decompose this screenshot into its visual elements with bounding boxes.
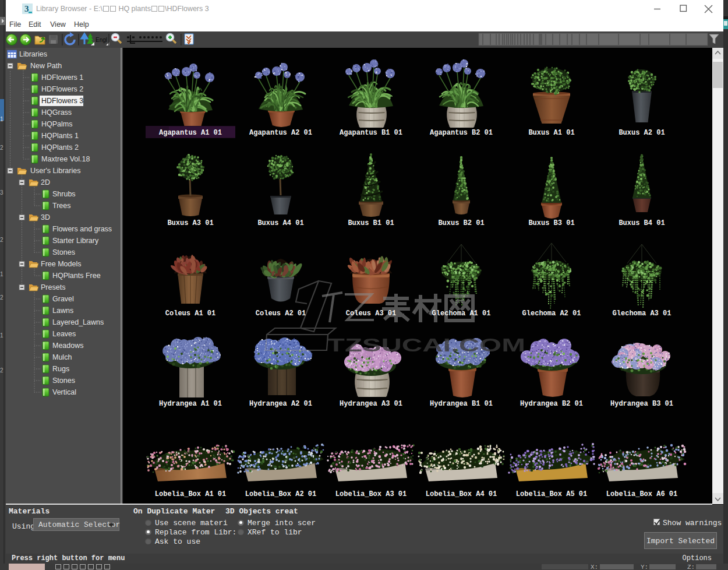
svg-text:Stones: Stones <box>52 377 75 385</box>
svg-text:HDFlowers 3: HDFlowers 3 <box>41 97 83 105</box>
svg-text:Buxus A1 01: Buxus A1 01 <box>528 129 574 137</box>
svg-text:Agapantus B2 01: Agapantus B2 01 <box>430 129 493 137</box>
svg-text:Buxus A3 01: Buxus A3 01 <box>167 219 213 227</box>
svg-text:Presets: Presets <box>41 283 65 291</box>
svg-text:Lobelia_Box A5 01: Lobelia_Box A5 01 <box>516 490 587 498</box>
svg-text:Hydrangea A2 01: Hydrangea A2 01 <box>249 400 312 408</box>
svg-text:Buxus B1 01: Buxus B1 01 <box>348 219 394 227</box>
svg-text:Stones: Stones <box>52 248 75 256</box>
svg-text:Leaves: Leaves <box>52 330 76 338</box>
svg-text:Shrubs: Shrubs <box>52 190 76 198</box>
svg-text:Maxtree Vol.18: Maxtree Vol.18 <box>41 155 90 163</box>
svg-text:Buxus B4 01: Buxus B4 01 <box>619 219 665 227</box>
svg-text:Vertical: Vertical <box>52 388 76 396</box>
svg-text:Lobelia_Box A3 01: Lobelia_Box A3 01 <box>335 490 407 498</box>
svg-text:HDFlowers 2: HDFlowers 2 <box>41 85 83 93</box>
svg-text:Buxus A4 01: Buxus A4 01 <box>257 219 303 227</box>
svg-text:Hydrangea A3 01: Hydrangea A3 01 <box>340 400 402 408</box>
svg-text:Coleus A2 01: Coleus A2 01 <box>256 309 306 318</box>
svg-text:Engl: Engl <box>96 37 107 43</box>
svg-text:Lobelia_Box A2 01: Lobelia_Box A2 01 <box>245 490 316 498</box>
svg-text:Hydrangea B3 01: Hydrangea B3 01 <box>610 400 673 408</box>
svg-text:Hydrangea B2 01: Hydrangea B2 01 <box>520 400 583 408</box>
svg-text:Coleus A3 01: Coleus A3 01 <box>346 309 396 318</box>
svg-text:Starter Library: Starter Library <box>52 237 99 245</box>
svg-text:Layered_Lawns: Layered_Lawns <box>52 318 104 326</box>
svg-text:Lobelia_Box A4 01: Lobelia_Box A4 01 <box>426 490 497 498</box>
svg-text:Meadows: Meadows <box>52 342 84 350</box>
svg-text:HQPlants 2: HQPlants 2 <box>41 143 79 152</box>
svg-text:Buxus B2 01: Buxus B2 01 <box>438 219 484 227</box>
svg-text:Free Models: Free Models <box>41 260 81 268</box>
svg-text:Hydrangea B1 01: Hydrangea B1 01 <box>430 400 493 408</box>
svg-text:Glechoma A1 01: Glechoma A1 01 <box>432 309 491 318</box>
svg-text:Trees: Trees <box>52 202 71 210</box>
svg-text:3: 3 <box>24 4 29 13</box>
svg-text:2D: 2D <box>41 178 50 187</box>
svg-text:Lobelia_Box A6 01: Lobelia_Box A6 01 <box>606 490 677 498</box>
svg-text:Gravel: Gravel <box>52 295 74 303</box>
svg-text:Rugs: Rugs <box>52 365 69 373</box>
svg-text:New Path: New Path <box>30 62 62 70</box>
svg-text:User's Libraries: User's Libraries <box>30 167 80 175</box>
svg-text:Glechoma A3 01: Glechoma A3 01 <box>613 309 672 318</box>
svg-text:Lawns: Lawns <box>52 307 73 315</box>
svg-text:Agapantus B1 01: Agapantus B1 01 <box>340 129 402 137</box>
svg-text:Flowers and grass: Flowers and grass <box>52 225 112 233</box>
svg-text:Coleus A1 01: Coleus A1 01 <box>165 309 215 318</box>
svg-text:Glechoma A2 01: Glechoma A2 01 <box>522 309 581 318</box>
svg-text:Mulch: Mulch <box>52 353 72 361</box>
svg-text:Hydrangea A1 01: Hydrangea A1 01 <box>159 400 222 408</box>
svg-text:HQPlants Free: HQPlants Free <box>52 272 101 280</box>
svg-text:HQGrass: HQGrass <box>41 108 72 117</box>
svg-text:HQPalms: HQPalms <box>41 120 72 128</box>
svg-text:Agapantus A1 01: Agapantus A1 01 <box>159 129 222 137</box>
svg-text:Buxus B3 01: Buxus B3 01 <box>528 219 574 227</box>
svg-text:Buxus A2 01: Buxus A2 01 <box>619 129 665 137</box>
svg-text:Libraries: Libraries <box>19 50 47 58</box>
svg-text:HDFlowers 1: HDFlowers 1 <box>41 73 83 82</box>
svg-text:Agapantus A2 01: Agapantus A2 01 <box>249 129 312 137</box>
svg-text:HQPlants 1: HQPlants 1 <box>41 132 79 140</box>
svg-text:Lobelia_Box A1 01: Lobelia_Box A1 01 <box>155 490 226 498</box>
svg-text:3D: 3D <box>41 213 50 221</box>
svg-text:TZSUCAI.COM: TZSUCAI.COM <box>327 335 525 356</box>
